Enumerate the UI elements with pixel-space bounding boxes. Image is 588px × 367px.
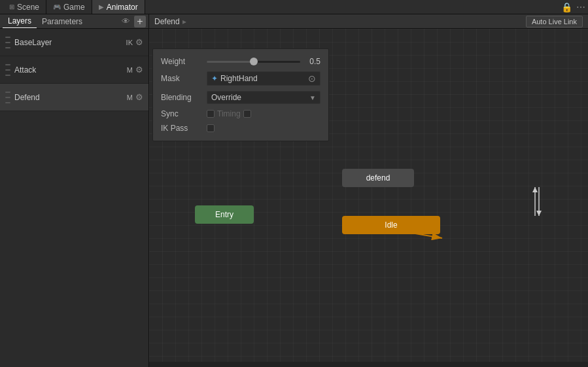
sync-checkbox[interactable] <box>207 110 215 118</box>
layer-row-defend[interactable]: Defend M ⚙ <box>0 84 148 111</box>
blending-value: Override <box>211 93 309 102</box>
weight-value: 0.5 <box>304 57 320 66</box>
more-icon[interactable]: ⋯ <box>576 2 585 12</box>
layer-name-baselayer: BaseLayer <box>14 38 126 47</box>
blending-row: Blending Override ▼ <box>153 88 328 107</box>
node-idle-label: Idle <box>385 220 397 230</box>
eye-icon[interactable]: 👁 <box>122 16 130 26</box>
ik-pass-control <box>207 124 320 132</box>
parameters-label: Parameters <box>42 17 82 26</box>
node-entry-label: Entry <box>215 210 233 219</box>
tab-bar: ⊞ Scene 🎮 Game ▶ Animator 🔒 ⋯ <box>0 0 588 14</box>
blending-label: Blending <box>161 93 207 102</box>
weight-slider-track[interactable] <box>207 61 300 63</box>
gear-icon-baselayer[interactable]: ⚙ <box>135 37 143 47</box>
layer-settings-popup: Weight 0.5 Mask <box>152 48 329 141</box>
node-entry[interactable]: Entry <box>195 205 254 224</box>
tab-game[interactable]: 🎮 Game <box>46 0 92 14</box>
layer-row-baselayer[interactable]: BaseLayer IK ⚙ <box>0 29 148 56</box>
tab-scene-label: Scene <box>17 3 39 12</box>
sync-control: Timing <box>207 109 320 118</box>
scene-icon: ⊞ <box>9 3 14 10</box>
breadcrumb-arrow: ▸ <box>182 17 186 26</box>
left-panel: Layers Parameters 👁 + BaseLayer IK ⚙ Att… <box>0 14 149 367</box>
ik-pass-label: IK Pass <box>161 124 207 133</box>
mask-row: Mask ✦ RightHand ⊙ <box>153 69 328 88</box>
mask-select-icon[interactable]: ⊙ <box>308 73 316 84</box>
dropdown-arrow-icon: ▼ <box>309 94 316 101</box>
window-controls: 🔒 ⋯ <box>561 2 585 12</box>
svg-marker-4 <box>536 211 542 216</box>
mask-label: Mask <box>161 74 207 83</box>
lock-icon[interactable]: 🔒 <box>561 2 572 12</box>
tab-animator[interactable]: ▶ Animator <box>92 0 145 14</box>
tab-animator-label: Animator <box>107 3 138 12</box>
sync-row: Sync Timing <box>153 107 328 121</box>
layer-badge-defend: M <box>127 94 133 101</box>
add-layer-button[interactable]: + <box>134 16 146 27</box>
canvas-scrollbar[interactable] <box>149 362 588 367</box>
ik-pass-checkbox[interactable] <box>207 124 215 132</box>
sync-label: Sync <box>161 109 207 118</box>
animator-icon: ▶ <box>99 3 104 10</box>
layer-handle <box>5 37 10 48</box>
weight-control: 0.5 <box>207 57 320 66</box>
node-idle[interactable]: Idle <box>342 216 440 234</box>
tab-parameters[interactable]: Parameters <box>37 14 88 28</box>
layer-badge-attack: M <box>127 66 133 74</box>
timing-label: Timing <box>217 109 241 118</box>
layer-row-attack[interactable]: Attack M ⚙ <box>0 56 148 84</box>
canvas-grid[interactable]: Weight 0.5 Mask <box>149 29 588 367</box>
canvas-header: Defend ▸ Auto Live Link <box>149 14 588 29</box>
weight-slider-fill <box>207 61 254 63</box>
game-icon: 🎮 <box>53 3 61 10</box>
right-area: Defend ▸ Auto Live Link Weight 0 <box>149 14 588 367</box>
breadcrumb: Defend <box>154 17 180 26</box>
blending-control: Override ▼ <box>207 91 320 104</box>
blending-dropdown[interactable]: Override ▼ <box>207 91 320 104</box>
layer-handle-defend <box>5 92 10 103</box>
left-panel-header: Layers Parameters 👁 + <box>0 14 148 29</box>
svg-marker-5 <box>532 187 538 192</box>
main-layout: Layers Parameters 👁 + BaseLayer IK ⚙ Att… <box>0 14 588 367</box>
gear-icon-defend[interactable]: ⚙ <box>135 92 143 102</box>
layers-label: Layers <box>8 16 31 26</box>
weight-row: Weight 0.5 <box>153 54 328 69</box>
lph-right: 👁 + <box>122 16 146 27</box>
tab-layers[interactable]: Layers <box>3 14 37 28</box>
mask-star-icon: ✦ <box>211 74 218 83</box>
weight-slider-thumb[interactable] <box>250 58 258 65</box>
tab-scene[interactable]: ⊞ Scene <box>3 0 46 14</box>
layer-badge-baselayer: IK <box>126 39 133 46</box>
mask-value: RightHand <box>220 74 305 83</box>
layer-name-defend: Defend <box>14 93 127 102</box>
auto-live-button[interactable]: Auto Live Link <box>526 16 583 27</box>
tab-game-label: Game <box>63 3 85 12</box>
weight-label: Weight <box>161 57 207 66</box>
gear-icon-attack[interactable]: ⚙ <box>135 65 143 75</box>
node-defend-label: defend <box>366 173 390 183</box>
mask-selector[interactable]: ✦ RightHand ⊙ <box>207 71 320 86</box>
ik-pass-row: IK Pass <box>153 121 328 135</box>
timing-checkbox[interactable] <box>243 110 251 118</box>
weight-slider-container: 0.5 <box>207 57 320 66</box>
layer-handle-attack <box>5 64 10 76</box>
mask-control: ✦ RightHand ⊙ <box>207 71 320 86</box>
layer-name-attack: Attack <box>14 65 127 75</box>
node-defend[interactable]: defend <box>342 169 414 187</box>
